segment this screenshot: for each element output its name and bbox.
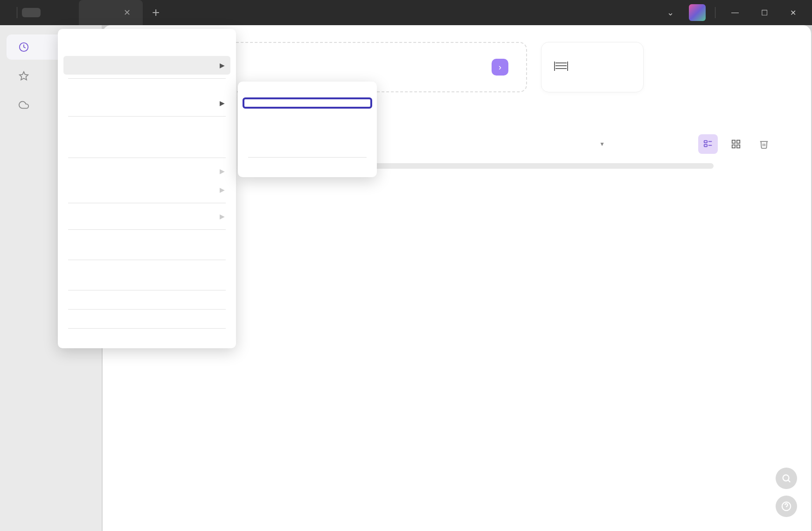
titlebar-divider [715, 7, 715, 18]
trash-button[interactable] [754, 134, 774, 154]
create-from-excel[interactable] [238, 109, 377, 120]
svg-marker-1 [20, 72, 28, 80]
create-from-powerpoint[interactable] [238, 120, 377, 131]
svg-rect-7 [737, 140, 740, 143]
create-from-image[interactable] [238, 142, 377, 153]
menu-separator [68, 260, 226, 260]
avatar[interactable] [689, 4, 706, 21]
menu-separator [68, 158, 226, 158]
submenu-arrow-icon: ▶ [220, 167, 225, 175]
open-arrow-icon: › [492, 59, 508, 76]
menu-save-as [58, 131, 236, 143]
batch-card[interactable] [541, 42, 644, 92]
sort-dropdown[interactable]: ▼ [593, 141, 605, 147]
menu-quit[interactable] [58, 332, 236, 344]
file-context-menu: ▶ ▶ ▶ ▶ ▶ [58, 29, 236, 348]
menu-separator [68, 229, 226, 230]
batch-icon [554, 60, 569, 75]
menu-separator [68, 309, 226, 310]
search-fab[interactable] [776, 468, 797, 489]
menu-separator [68, 116, 226, 117]
menu-properties [58, 275, 236, 286]
menu-show-folder [58, 264, 236, 275]
tab-add-button[interactable]: + [143, 5, 169, 20]
help-fab[interactable] [776, 496, 797, 517]
menubar [22, 8, 60, 17]
menu-create[interactable]: ▶ [63, 56, 230, 75]
create-submenu [238, 82, 377, 177]
menu-file-button[interactable] [22, 8, 41, 17]
star-icon [18, 70, 30, 82]
grid-view-button[interactable] [726, 134, 746, 154]
menu-new-window[interactable] [58, 45, 236, 56]
tab-bar: ✕ + [79, 0, 169, 25]
view-controls [698, 134, 774, 154]
menu-close-tab[interactable] [58, 234, 236, 245]
menu-open[interactable] [58, 83, 236, 94]
svg-rect-3 [704, 145, 707, 147]
submenu-arrow-icon: ▶ [220, 99, 225, 107]
minimize-button[interactable]: — [725, 4, 745, 22]
svg-rect-6 [732, 140, 735, 143]
menu-separator [68, 203, 226, 203]
submenu-arrow-icon: ▶ [220, 62, 225, 69]
menu-open-recent[interactable]: ▶ [58, 94, 236, 112]
create-from-word[interactable] [243, 97, 372, 109]
submenu-arrow-icon: ▶ [220, 186, 225, 193]
menu-export: ▶ [58, 180, 236, 199]
window-controls: — ☐ ✕ [725, 4, 803, 22]
svg-rect-8 [732, 145, 735, 148]
maximize-button[interactable]: ☐ [755, 4, 774, 22]
create-from-visio[interactable] [238, 131, 377, 142]
menu-separator [248, 157, 367, 158]
floating-buttons [776, 468, 797, 517]
tab-new-tab[interactable]: ✕ [79, 0, 143, 25]
cloud-icon [18, 99, 30, 111]
list-view-button[interactable] [698, 134, 718, 154]
menu-close-window[interactable] [58, 245, 236, 256]
menu-save-other: ▶ [58, 162, 236, 180]
menu-separator [68, 78, 226, 79]
svg-line-11 [788, 480, 791, 483]
chevron-down-icon[interactable]: ⌄ [661, 4, 680, 21]
menu-save [58, 120, 236, 131]
logo-divider [17, 7, 17, 18]
tab-close-icon[interactable]: ✕ [124, 7, 131, 18]
create-blank-page[interactable] [238, 161, 377, 172]
dropdown-arrow-icon: ▼ [599, 141, 605, 147]
titlebar: ✕ + ⌄ — ☐ ✕ [0, 0, 812, 25]
create-from-caj[interactable] [238, 86, 377, 97]
svg-rect-9 [737, 145, 740, 148]
menu-new-tab[interactable] [58, 34, 236, 45]
clock-icon [18, 41, 30, 53]
menu-save-cloud [58, 143, 236, 154]
svg-rect-2 [704, 141, 707, 143]
menu-help-button[interactable] [42, 8, 60, 17]
submenu-arrow-icon: ▶ [220, 213, 225, 220]
titlebar-right: ⌄ — ☐ ✕ [661, 4, 812, 22]
menu-separator [68, 290, 226, 290]
close-window-button[interactable]: ✕ [784, 4, 803, 22]
menu-protect: ▶ [58, 207, 236, 226]
menu-separator [68, 328, 226, 329]
svg-point-10 [783, 475, 789, 481]
menu-print [58, 313, 236, 324]
menu-preferences[interactable] [58, 294, 236, 305]
